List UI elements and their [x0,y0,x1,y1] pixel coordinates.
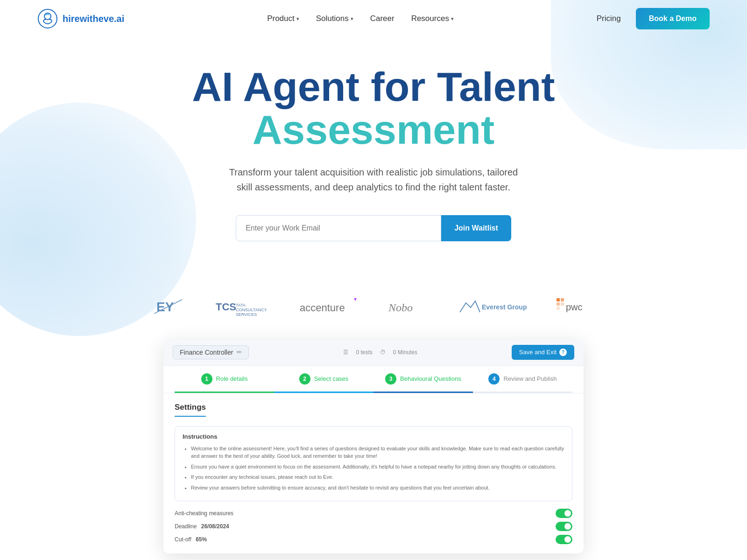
toggle-cutoff: Cut-off 65% [175,535,572,544]
anti-cheat-label: Anti-cheating measures [175,510,233,517]
save-exit-button[interactable]: Save and Exit ? [512,345,574,360]
screenshot-title-area: Finance Controller ✏ [173,345,249,359]
screenshot-title-box: Finance Controller ✏ [173,345,249,359]
logo-nobo: Nobo [388,297,430,316]
screenshot-meta: ☰ 0 tests ⏱ 0 Minutes [343,349,417,356]
meta-minutes: 0 Minutes [393,349,417,356]
deadline-toggle[interactable] [556,522,572,531]
svg-text:TCS: TCS [216,301,236,313]
logo-icon [37,8,58,29]
tcs-icon: TCS TATA CONSULTANCY SERVICES [215,297,271,316]
waitlist-button[interactable]: Join Waitlist [441,215,511,241]
logo-ey: EY [154,297,187,316]
hero-title-part1: AI Agent for Talent [192,63,555,110]
cutoff-toggle[interactable] [556,535,572,544]
step-4-label: Review and Publish [503,375,557,382]
cutoff-label: Cut-off 65% [175,536,207,543]
meta-tests: 0 tests [356,349,372,356]
step-1-underline [175,392,274,393]
product-screenshot: Finance Controller ✏ ☰ 0 tests ⏱ 0 Minut… [163,339,584,554]
nav-solutions[interactable]: Solutions ▾ [316,14,353,23]
solutions-chevron-icon: ▾ [351,16,353,22]
hero-section: AI Agent for Talent Assessment Transform… [0,37,747,288]
screenshot-title: Finance Controller [180,349,233,356]
nav-career[interactable]: Career [370,14,395,23]
step-3-underline [374,392,473,393]
edit-icon[interactable]: ✏ [237,349,242,356]
step-2[interactable]: 2 Select cases [274,373,374,393]
step-3[interactable]: 3 Behavioural Questions [374,373,473,393]
svg-text:SERVICES: SERVICES [236,312,257,316]
svg-text:EY: EY [156,300,174,314]
logos-row: EY TCS TATA CONSULTANCY SERVICES accentu… [0,288,747,335]
logo-everest: Everest Group [458,297,528,316]
screenshot-content: Settings Instructions Welcome to the onl… [163,393,584,554]
nav-right: Pricing Book a Demo [597,8,710,29]
instruction-2: Ensure you have a quiet environment to f… [191,463,564,471]
step-4[interactable]: 4 Review and Publish [473,373,572,393]
navbar: hirewitheve.ai Product ▾ Solutions ▾ Car… [0,0,747,37]
meta-icon-clock: ⏱ [380,349,386,356]
svg-rect-14 [557,302,560,306]
instruction-3: If you encounter any technical issues, p… [191,473,564,481]
logo-tcs: TCS TATA CONSULTANCY SERVICES [215,297,271,316]
pwc-icon: pwc [556,297,593,316]
nobo-icon: Nobo [388,297,430,316]
instructions-list: Welcome to the online assessment! Here, … [183,445,564,492]
step-4-circle: 4 [488,373,500,385]
screenshot-header: Finance Controller ✏ ☰ 0 tests ⏱ 0 Minut… [163,339,584,366]
hero-title-part2: Assessment [253,106,495,153]
logo-accenture: accenture [299,297,359,316]
toggle-anti-cheat: Anti-cheating measures [175,509,572,518]
brand-name: hirewitheve.ai [63,14,124,24]
instruction-4: Review your answers before submitting to… [191,484,564,492]
svg-text:Everest Group: Everest Group [482,303,527,311]
product-chevron-icon: ▾ [296,16,299,22]
everest-icon: Everest Group [458,297,528,316]
question-icon: ? [559,349,567,356]
email-input[interactable] [236,215,441,241]
nav-links: Product ▾ Solutions ▾ Career Resources ▾ [267,14,454,23]
svg-point-0 [38,9,57,28]
nav-product[interactable]: Product ▾ [267,14,299,23]
svg-text:CONSULTANCY: CONSULTANCY [236,308,267,312]
step-2-label: Select cases [314,375,349,382]
svg-rect-15 [561,302,564,306]
step-3-circle: 3 [385,373,396,385]
hero-cta: Join Waitlist [37,215,710,241]
nav-pricing[interactable]: Pricing [597,14,621,23]
hero-subtitle: Transform your talent acquisition with r… [224,165,523,195]
steps-bar: 1 Role details 2 Select cases 3 Behaviou… [163,366,584,393]
svg-rect-16 [557,307,560,310]
hero-title: AI Agent for Talent Assessment [37,65,710,152]
book-demo-button[interactable]: Book a Demo [636,8,710,29]
step-2-underline [274,392,374,393]
svg-text:TATA: TATA [236,303,246,308]
step-1-circle: 1 [201,373,212,385]
svg-text:Nobo: Nobo [388,301,413,314]
nav-resources[interactable]: Resources ▾ [411,14,454,23]
resources-chevron-icon: ▾ [451,16,454,22]
logo-pwc: pwc [556,297,593,316]
settings-title: Settings [175,403,206,417]
step-1[interactable]: 1 Role details [175,373,274,393]
toggle-deadline: Deadline 26/08/2024 [175,522,572,531]
step-1-label: Role details [216,375,248,382]
logo-area[interactable]: hirewitheve.ai [37,8,124,29]
svg-marker-9 [354,298,357,301]
instruction-1: Welcome to the online assessment! Here, … [191,445,564,460]
deadline-label: Deadline 26/08/2024 [175,523,229,530]
anti-cheat-toggle[interactable] [556,509,572,518]
svg-rect-13 [561,298,564,301]
svg-text:pwc: pwc [566,302,583,312]
accenture-icon: accenture [299,297,359,316]
step-4-underline [473,392,572,393]
step-2-circle: 2 [299,373,310,385]
step-3-label: Behavioural Questions [400,375,461,382]
instructions-box: Instructions Welcome to the online asses… [175,426,572,502]
ey-icon: EY [154,297,187,316]
instructions-label: Instructions [183,433,564,440]
svg-rect-12 [557,298,560,301]
meta-icon-tests: ☰ [343,349,348,356]
svg-text:accenture: accenture [300,302,345,314]
